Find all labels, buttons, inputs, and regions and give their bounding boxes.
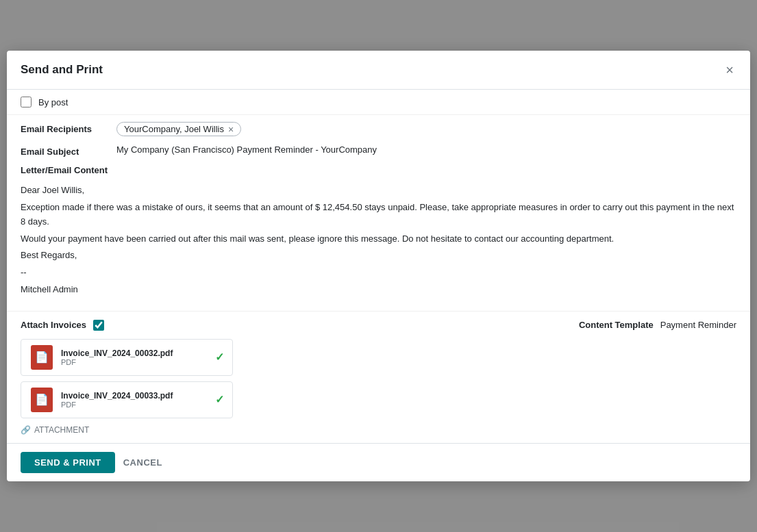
cancel-button[interactable]: CANCEL: [123, 457, 162, 468]
attach-invoices-row: Attach Invoices: [21, 320, 233, 331]
email-recipients-label: Email Recipients: [21, 122, 116, 134]
letter-line-3: Would your payment have been carried out…: [21, 232, 736, 246]
modal-overlay: Send and Print × By post Email Recipient…: [0, 0, 757, 532]
modal-body: By post Email Recipients YourCompany, Jo…: [7, 90, 750, 443]
by-post-checkbox[interactable]: [21, 97, 32, 107]
invoice-check-1: ✓: [215, 351, 224, 364]
invoice-item-1: 📄 Invoice_INV_2024_00032.pdf PDF ✓: [21, 339, 233, 376]
email-subject-label: Email Subject: [21, 144, 116, 157]
letter-line-6: Mitchell Admin: [21, 283, 736, 297]
letter-content-body: Dear Joel Willis, Exception made if ther…: [7, 181, 750, 311]
attach-invoices-label: Attach Invoices: [21, 320, 86, 330]
invoice-type-1: PDF: [61, 358, 215, 366]
attach-meta-row: Attach Invoices 📄: [21, 320, 736, 435]
invoice-info-2: Invoice_INV_2024_00033.pdf PDF: [61, 391, 215, 409]
attach-left: Attach Invoices 📄: [21, 320, 233, 435]
remove-recipient-button[interactable]: ×: [228, 125, 234, 134]
modal-title: Send and Print: [21, 63, 103, 77]
invoice-filename-1: Invoice_INV_2024_00032.pdf: [61, 349, 215, 358]
invoice-filename-2: Invoice_INV_2024_00033.pdf: [61, 391, 215, 401]
close-button[interactable]: ×: [723, 60, 736, 79]
letter-line-1: Dear Joel Willis,: [21, 183, 736, 198]
invoice-item-2: 📄 Invoice_INV_2024_00033.pdf PDF ✓: [21, 381, 233, 418]
email-subject-value: My Company (San Francisco) Payment Remin…: [116, 144, 736, 155]
invoice-info-1: Invoice_INV_2024_00032.pdf PDF: [61, 349, 215, 366]
attach-invoices-checkbox[interactable]: [93, 320, 104, 331]
pdf-icon-1: 📄: [31, 345, 53, 370]
pdf-symbol-2: 📄: [35, 393, 49, 406]
email-recipients-row: Email Recipients YourCompany, Joel Willi…: [21, 122, 736, 136]
email-recipients-value: YourCompany, Joel Willis ×: [116, 122, 736, 136]
invoices-list: 📄 Invoice_INV_2024_00032.pdf PDF ✓: [21, 339, 233, 418]
letter-line-5: --: [21, 266, 736, 280]
modal-header: Send and Print ×: [7, 51, 750, 90]
content-template-label: Content Template: [579, 320, 654, 330]
content-template-section: Content Template Payment Reminder: [579, 320, 736, 330]
send-print-button[interactable]: SEND & PRINT: [21, 452, 115, 473]
recipient-tag[interactable]: YourCompany, Joel Willis ×: [116, 122, 241, 136]
by-post-row: By post: [7, 90, 750, 115]
paperclip-icon: 🔗: [21, 425, 31, 435]
pdf-icon-2: 📄: [31, 388, 53, 412]
by-post-label: By post: [38, 97, 68, 107]
modal-footer: SEND & PRINT CANCEL: [7, 443, 750, 481]
attachment-link[interactable]: 🔗 ATTACHMENT: [21, 425, 233, 435]
form-section: Email Recipients YourCompany, Joel Willi…: [7, 115, 750, 157]
letter-line-4: Best Regards,: [21, 249, 736, 263]
pdf-icon-wrapper-2: 📄: [29, 388, 54, 412]
pdf-symbol-1: 📄: [35, 351, 49, 364]
attach-invoices-section: Attach Invoices 📄: [7, 311, 750, 443]
send-print-modal: Send and Print × By post Email Recipient…: [7, 51, 750, 481]
letter-content-label: Letter/Email Content: [7, 165, 750, 181]
pdf-icon-wrapper-1: 📄: [29, 345, 54, 370]
attachment-link-label: ATTACHMENT: [34, 425, 89, 435]
letter-line-2: Exception made if there was a mistake of…: [21, 201, 736, 229]
content-template-value: Payment Reminder: [660, 320, 736, 330]
recipient-name: YourCompany, Joel Willis: [124, 124, 224, 134]
invoice-type-2: PDF: [61, 401, 215, 409]
email-subject-row: Email Subject My Company (San Francisco)…: [21, 144, 736, 157]
invoice-check-2: ✓: [215, 393, 224, 406]
